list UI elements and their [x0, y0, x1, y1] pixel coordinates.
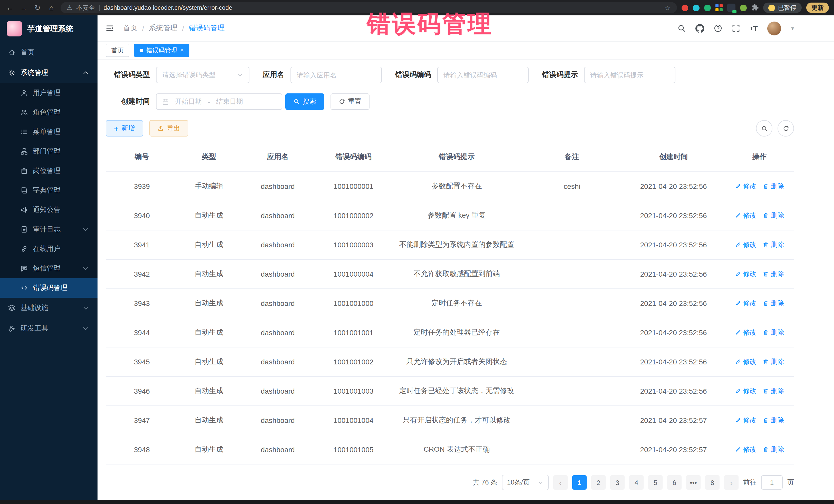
- error-code-input[interactable]: [437, 67, 529, 83]
- search-button[interactable]: 搜索: [285, 93, 324, 110]
- sidebar-item-13[interactable]: 基础设施: [0, 298, 97, 318]
- reset-button[interactable]: 重置: [331, 93, 370, 110]
- edit-link[interactable]: 修改: [735, 445, 756, 454]
- filter-label-hint: 错误码提示: [542, 70, 578, 80]
- user-avatar[interactable]: [768, 21, 782, 35]
- extension-icon[interactable]: [704, 4, 711, 11]
- table-row: 3941自动生成dashboard1001000003不能删除类型为系统内置的参…: [106, 230, 794, 259]
- delete-link[interactable]: 删除: [763, 445, 784, 454]
- cell-id: 3947: [106, 406, 178, 435]
- app-name-input[interactable]: [290, 67, 382, 83]
- search-icon[interactable]: [678, 24, 686, 32]
- delete-link-label: 删除: [771, 182, 784, 191]
- reset-button-label: 重置: [348, 97, 361, 106]
- delete-link[interactable]: 删除: [763, 240, 784, 249]
- pager-page-8[interactable]: 8: [705, 475, 720, 490]
- page-size-select[interactable]: 10条/页: [502, 475, 549, 490]
- table-refresh-icon[interactable]: [777, 120, 794, 136]
- fullscreen-icon[interactable]: [732, 24, 740, 32]
- sidebar-item-9[interactable]: 审计日志: [0, 220, 97, 239]
- sidebar-item-12[interactable]: 错误码管理: [0, 278, 97, 298]
- pager-page-4[interactable]: 4: [629, 475, 643, 490]
- pager-page-5[interactable]: 5: [648, 475, 663, 490]
- reload-icon[interactable]: ↻: [33, 4, 42, 12]
- sidebar-item-10[interactable]: 在线用户: [0, 239, 97, 259]
- edit-link[interactable]: 修改: [735, 416, 756, 425]
- edit-link-label: 修改: [743, 211, 756, 220]
- sidebar-item-5[interactable]: 部门管理: [0, 141, 97, 161]
- sidebar-item-1[interactable]: 系统管理: [0, 63, 97, 83]
- sidebar-item-14[interactable]: 研发工具: [0, 318, 97, 339]
- delete-link[interactable]: 删除: [763, 182, 784, 191]
- table-search-icon[interactable]: [756, 120, 772, 136]
- table-body: 3939手动编辑dashboard1001000001参数配置不存在ceshi2…: [106, 172, 794, 464]
- extensions-puzzle-icon[interactable]: [751, 4, 759, 11]
- tab-close-icon[interactable]: ×: [180, 47, 184, 53]
- pager-page-3[interactable]: 3: [610, 475, 624, 490]
- extension-icon[interactable]: [727, 4, 736, 12]
- help-icon[interactable]: [714, 24, 722, 32]
- delete-link[interactable]: 删除: [763, 269, 784, 279]
- edit-link[interactable]: 修改: [735, 299, 756, 308]
- edit-link[interactable]: 修改: [735, 211, 756, 220]
- delete-link[interactable]: 删除: [763, 211, 784, 220]
- tab-0[interactable]: 首页: [106, 44, 129, 57]
- extension-icon[interactable]: [716, 4, 723, 11]
- profile-paused-badge[interactable]: 已暂停: [763, 3, 802, 13]
- edit-link[interactable]: 修改: [735, 269, 756, 279]
- menu-fold-icon[interactable]: [106, 24, 114, 32]
- extension-icon[interactable]: [693, 4, 700, 11]
- pager-page-2[interactable]: 2: [591, 475, 606, 490]
- cell-id: 3942: [106, 259, 178, 289]
- table-row: 3946自动生成dashboard1001001003定时任务已经处于该状态，无…: [106, 376, 794, 406]
- delete-link[interactable]: 删除: [763, 328, 784, 337]
- back-icon[interactable]: ←: [5, 4, 14, 12]
- error-type-select[interactable]: 请选择错误码类型: [156, 67, 249, 83]
- delete-link[interactable]: 删除: [763, 299, 784, 308]
- error-hint-input[interactable]: [584, 67, 675, 83]
- pager-ellipsis[interactable]: •••: [686, 475, 701, 490]
- breadcrumb-item-1[interactable]: 系统管理: [149, 24, 178, 33]
- edit-link[interactable]: 修改: [735, 357, 756, 367]
- delete-link[interactable]: 删除: [763, 357, 784, 367]
- app-logo[interactable]: 芋道管理系统: [0, 15, 97, 42]
- tab-active-dot: [139, 48, 143, 52]
- sidebar-item-11[interactable]: 短信管理: [0, 259, 97, 278]
- tab-label: 错误码管理: [146, 46, 177, 54]
- date-range-picker[interactable]: 开始日期 - 结束日期: [156, 93, 282, 110]
- edit-link[interactable]: 修改: [735, 182, 756, 191]
- goto-page-input[interactable]: [761, 475, 783, 490]
- update-button[interactable]: 更新: [806, 3, 829, 13]
- export-button[interactable]: 导出: [149, 120, 188, 136]
- tab-1[interactable]: 错误码管理×: [134, 44, 190, 57]
- github-icon[interactable]: [696, 24, 704, 32]
- bookmark-star-icon[interactable]: ☆: [665, 4, 671, 12]
- font-size-icon[interactable]: TT: [750, 24, 758, 32]
- edit-link[interactable]: 修改: [735, 240, 756, 249]
- prev-page-button[interactable]: ‹: [553, 475, 568, 490]
- cell-code: 1001000003: [316, 230, 391, 259]
- sidebar-item-8[interactable]: 通知公告: [0, 200, 97, 220]
- sidebar-item-6[interactable]: 岗位管理: [0, 161, 97, 181]
- edit-link[interactable]: 修改: [735, 328, 756, 337]
- delete-link[interactable]: 删除: [763, 416, 784, 425]
- add-button[interactable]: + 新增: [106, 120, 143, 136]
- sidebar-item-3[interactable]: 角色管理: [0, 103, 97, 122]
- sidebar-item-0[interactable]: 首页: [0, 42, 97, 63]
- extension-icon[interactable]: [740, 4, 747, 11]
- table-row: 3947自动生成dashboard1001001004只有开启状态的任务，才可以…: [106, 406, 794, 435]
- cell-time: 2021-04-20 23:52:57: [622, 406, 725, 435]
- pager-page-6[interactable]: 6: [667, 475, 682, 490]
- edit-link[interactable]: 修改: [735, 387, 756, 396]
- export-button-label: 导出: [167, 124, 180, 133]
- forward-icon[interactable]: →: [19, 4, 28, 12]
- breadcrumb-item-0[interactable]: 首页: [123, 24, 137, 33]
- sidebar-item-7[interactable]: 字典管理: [0, 181, 97, 200]
- sidebar-item-4[interactable]: 菜单管理: [0, 122, 97, 141]
- extension-icon[interactable]: [682, 4, 688, 11]
- pager-page-1[interactable]: 1: [572, 475, 587, 490]
- sidebar-item-2[interactable]: 用户管理: [0, 83, 97, 103]
- delete-link[interactable]: 删除: [763, 387, 784, 396]
- next-page-button[interactable]: ›: [724, 475, 739, 490]
- home-icon[interactable]: ⌂: [47, 4, 56, 12]
